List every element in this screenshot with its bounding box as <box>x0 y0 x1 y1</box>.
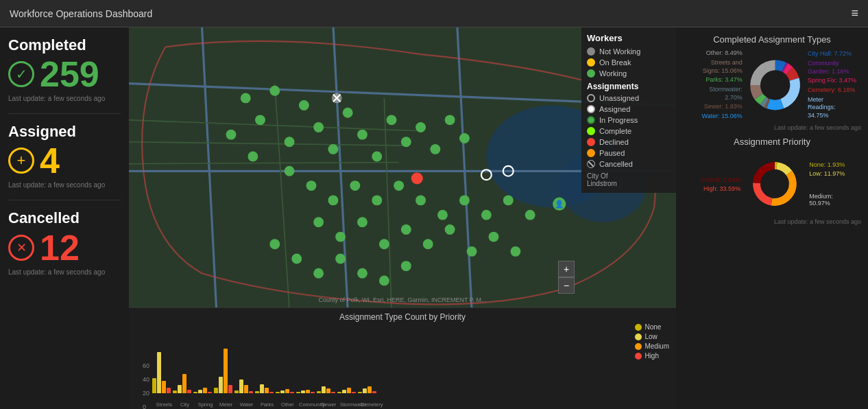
legend-cancelled: Cancelled <box>587 160 671 168</box>
priority-title: Assignment Priority <box>683 137 861 147</box>
completed-update: Last update: a few seconds ago <box>8 95 121 102</box>
svg-point-55 <box>313 268 324 279</box>
svg-point-53 <box>269 239 280 249</box>
svg-point-36 <box>394 180 404 191</box>
legend-complete: Complete <box>587 127 671 135</box>
legend-assigned: Assigned <box>587 105 671 113</box>
svg-point-29 <box>445 115 455 125</box>
svg-point-18 <box>248 152 258 162</box>
assigned-label: Assigned <box>8 124 121 140</box>
cancelled-value: 12 <box>40 230 80 266</box>
completed-types-title: Completed Assignment Types <box>683 34 861 45</box>
on-break-dot <box>587 58 595 67</box>
zoom-out-button[interactable]: − <box>558 277 575 294</box>
svg-point-14 <box>255 115 265 125</box>
assignments-legend-title: Assignments <box>587 82 671 91</box>
cancelled-label: Cancelled <box>8 210 121 226</box>
bar-chart-legend: None Low Medium High <box>635 323 669 360</box>
svg-point-39 <box>459 195 470 205</box>
svg-point-52 <box>510 246 520 257</box>
svg-point-28 <box>430 144 440 154</box>
svg-point-30 <box>459 133 470 143</box>
svg-point-46 <box>379 239 389 249</box>
completed-types-donut-svg <box>743 47 808 123</box>
svg-point-56 <box>335 254 346 264</box>
assigned-icon: + <box>8 148 34 174</box>
donut-labels-right: City Hall: 7.72% CommunityGarden: 1.16% … <box>808 50 861 120</box>
not-working-dot <box>587 47 595 56</box>
divider-2 <box>8 200 121 200</box>
divider-1 <box>8 113 121 114</box>
city-label: City OfLindstrom <box>587 172 671 187</box>
complete-dot <box>587 127 595 135</box>
cancelled-map-dot <box>587 160 595 168</box>
bar-group-springfix <box>193 388 212 393</box>
svg-point-59 <box>401 261 411 271</box>
svg-point-22 <box>343 108 353 118</box>
svg-point-15 <box>269 86 280 96</box>
map-area[interactable]: 👤 Workers Not Working On Break <box>129 27 676 307</box>
donut-labels-left: Other: 8.49% Streets andSigns: 15.06% Pa… <box>683 49 743 121</box>
svg-point-57 <box>357 268 367 279</box>
svg-point-51 <box>489 232 499 242</box>
bar-group-sewer <box>317 386 335 393</box>
zoom-in-button[interactable]: + <box>558 261 575 277</box>
working-dot <box>587 69 595 78</box>
assigned-value: 4 <box>40 143 60 178</box>
svg-point-20 <box>313 122 324 132</box>
svg-point-32 <box>306 180 317 191</box>
svg-point-23 <box>357 130 367 140</box>
svg-point-42 <box>525 210 535 220</box>
svg-point-40 <box>481 210 492 220</box>
svg-point-27 <box>415 122 426 132</box>
legend-in-progress: In Progress <box>587 116 671 124</box>
map-zoom-controls[interactable]: + − <box>558 261 575 294</box>
assigned-dot <box>587 105 595 113</box>
svg-point-68 <box>762 72 788 98</box>
bar-group-garden <box>296 390 315 393</box>
bar-chart-title: Assignment Type Count by Priority <box>136 312 669 322</box>
paused-dot <box>587 149 595 157</box>
priority-labels-left: Critical: 1.54% High: 33.59% <box>683 176 740 192</box>
bar-group-stormwater <box>337 388 356 393</box>
legend-low: Low <box>635 333 669 340</box>
svg-point-13 <box>241 93 251 103</box>
bar-group-cityhall <box>173 374 191 393</box>
svg-point-35 <box>372 195 382 205</box>
bar-group-parks <box>255 384 274 393</box>
priority-donut-container: Critical: 1.54% High: 33.59% <box>683 150 861 218</box>
svg-point-41 <box>503 195 514 205</box>
assigned-block: Assigned + 4 Last update: a few seconds … <box>8 124 121 189</box>
center-panel: 👤 Workers Not Working On Break <box>129 27 676 409</box>
bar-group-meter <box>214 349 232 393</box>
svg-point-47 <box>401 224 411 235</box>
bar-group-other <box>276 389 294 393</box>
svg-point-45 <box>357 217 367 227</box>
workers-title: Workers <box>587 33 671 43</box>
legend-working: Working <box>587 69 671 78</box>
legend-none: None <box>635 323 669 331</box>
right-panel: Completed Assignment Types Other: 8.49% … <box>676 27 868 409</box>
cancelled-block: Cancelled ✕ 12 Last update: a few second… <box>8 210 121 275</box>
left-panel: Completed ✓ 259 Last update: a few secon… <box>0 27 129 409</box>
assigned-update: Last update: a few seconds ago <box>8 181 121 189</box>
app-header: Workforce Operations Dashboard ≡ <box>0 0 868 27</box>
legend-medium: Medium <box>635 342 669 350</box>
svg-point-49 <box>445 224 455 235</box>
declined-dot <box>587 138 595 146</box>
svg-point-38 <box>437 210 448 220</box>
svg-point-24 <box>372 152 382 162</box>
completed-icon: ✓ <box>8 61 34 87</box>
legend-high: High <box>635 352 669 360</box>
svg-point-19 <box>299 100 309 110</box>
completed-block: Completed ✓ 259 Last update: a few secon… <box>8 37 121 102</box>
svg-point-33 <box>328 195 338 205</box>
completed-types-section: Completed Assignment Types Other: 8.49% … <box>683 34 861 131</box>
svg-point-21 <box>328 144 338 154</box>
svg-point-60 <box>411 172 423 184</box>
svg-point-34 <box>350 180 360 191</box>
svg-point-17 <box>285 137 295 147</box>
completed-types-chart: Other: 8.49% Streets andSigns: 15.06% Pa… <box>683 47 861 123</box>
menu-icon[interactable]: ≡ <box>851 6 858 21</box>
svg-point-50 <box>467 246 477 257</box>
